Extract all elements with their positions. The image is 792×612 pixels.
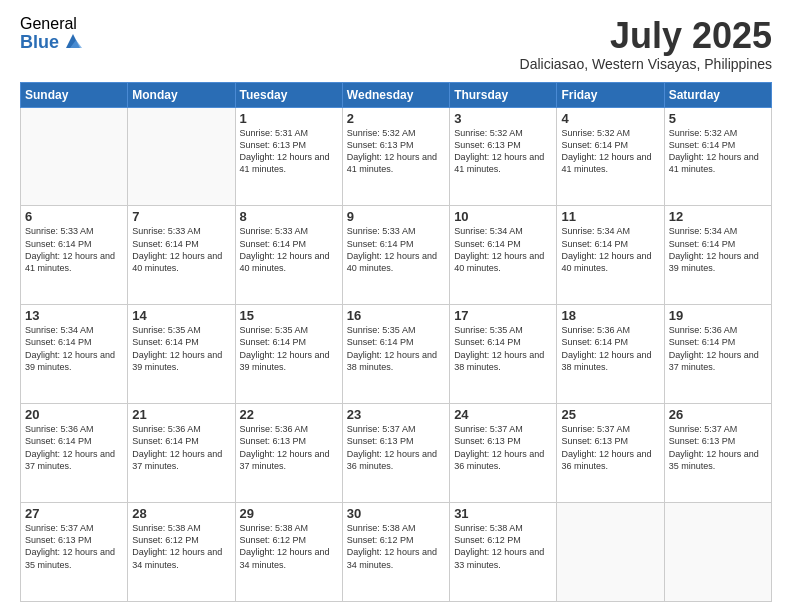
day-info: Sunrise: 5:36 AM Sunset: 6:14 PM Dayligh…: [132, 423, 230, 472]
day-number: 28: [132, 506, 230, 521]
day-info: Sunrise: 5:38 AM Sunset: 6:12 PM Dayligh…: [347, 522, 445, 571]
calendar-header-row: Sunday Monday Tuesday Wednesday Thursday…: [21, 82, 772, 107]
day-number: 10: [454, 209, 552, 224]
col-thursday: Thursday: [450, 82, 557, 107]
day-info: Sunrise: 5:35 AM Sunset: 6:14 PM Dayligh…: [132, 324, 230, 373]
table-row: [21, 107, 128, 206]
table-row: 27Sunrise: 5:37 AM Sunset: 6:13 PM Dayli…: [21, 503, 128, 602]
day-number: 1: [240, 111, 338, 126]
day-info: Sunrise: 5:33 AM Sunset: 6:14 PM Dayligh…: [25, 225, 123, 274]
table-row: 3Sunrise: 5:32 AM Sunset: 6:13 PM Daylig…: [450, 107, 557, 206]
table-row: 8Sunrise: 5:33 AM Sunset: 6:14 PM Daylig…: [235, 206, 342, 305]
col-friday: Friday: [557, 82, 664, 107]
day-info: Sunrise: 5:36 AM Sunset: 6:13 PM Dayligh…: [240, 423, 338, 472]
table-row: 17Sunrise: 5:35 AM Sunset: 6:14 PM Dayli…: [450, 305, 557, 404]
day-number: 8: [240, 209, 338, 224]
day-info: Sunrise: 5:37 AM Sunset: 6:13 PM Dayligh…: [669, 423, 767, 472]
day-info: Sunrise: 5:33 AM Sunset: 6:14 PM Dayligh…: [240, 225, 338, 274]
day-number: 11: [561, 209, 659, 224]
day-info: Sunrise: 5:38 AM Sunset: 6:12 PM Dayligh…: [132, 522, 230, 571]
day-info: Sunrise: 5:33 AM Sunset: 6:14 PM Dayligh…: [347, 225, 445, 274]
table-row: 1Sunrise: 5:31 AM Sunset: 6:13 PM Daylig…: [235, 107, 342, 206]
day-info: Sunrise: 5:37 AM Sunset: 6:13 PM Dayligh…: [25, 522, 123, 571]
logo-text: General Blue: [20, 16, 84, 52]
table-row: 20Sunrise: 5:36 AM Sunset: 6:14 PM Dayli…: [21, 404, 128, 503]
month-year: July 2025: [520, 16, 772, 56]
day-info: Sunrise: 5:34 AM Sunset: 6:14 PM Dayligh…: [454, 225, 552, 274]
day-info: Sunrise: 5:32 AM Sunset: 6:13 PM Dayligh…: [454, 127, 552, 176]
day-info: Sunrise: 5:38 AM Sunset: 6:12 PM Dayligh…: [240, 522, 338, 571]
location: Daliciasao, Western Visayas, Philippines: [520, 56, 772, 72]
calendar-week-row: 27Sunrise: 5:37 AM Sunset: 6:13 PM Dayli…: [21, 503, 772, 602]
day-number: 12: [669, 209, 767, 224]
day-info: Sunrise: 5:38 AM Sunset: 6:12 PM Dayligh…: [454, 522, 552, 571]
day-number: 3: [454, 111, 552, 126]
table-row: 2Sunrise: 5:32 AM Sunset: 6:13 PM Daylig…: [342, 107, 449, 206]
calendar-week-row: 20Sunrise: 5:36 AM Sunset: 6:14 PM Dayli…: [21, 404, 772, 503]
day-number: 24: [454, 407, 552, 422]
day-number: 30: [347, 506, 445, 521]
table-row: 10Sunrise: 5:34 AM Sunset: 6:14 PM Dayli…: [450, 206, 557, 305]
day-info: Sunrise: 5:34 AM Sunset: 6:14 PM Dayligh…: [669, 225, 767, 274]
table-row: 19Sunrise: 5:36 AM Sunset: 6:14 PM Dayli…: [664, 305, 771, 404]
table-row: 6Sunrise: 5:33 AM Sunset: 6:14 PM Daylig…: [21, 206, 128, 305]
table-row: 28Sunrise: 5:38 AM Sunset: 6:12 PM Dayli…: [128, 503, 235, 602]
day-number: 29: [240, 506, 338, 521]
day-info: Sunrise: 5:35 AM Sunset: 6:14 PM Dayligh…: [454, 324, 552, 373]
day-info: Sunrise: 5:36 AM Sunset: 6:14 PM Dayligh…: [561, 324, 659, 373]
table-row: 30Sunrise: 5:38 AM Sunset: 6:12 PM Dayli…: [342, 503, 449, 602]
col-monday: Monday: [128, 82, 235, 107]
table-row: 26Sunrise: 5:37 AM Sunset: 6:13 PM Dayli…: [664, 404, 771, 503]
day-number: 9: [347, 209, 445, 224]
day-number: 27: [25, 506, 123, 521]
logo-blue: Blue: [20, 33, 59, 51]
day-info: Sunrise: 5:32 AM Sunset: 6:14 PM Dayligh…: [561, 127, 659, 176]
day-info: Sunrise: 5:31 AM Sunset: 6:13 PM Dayligh…: [240, 127, 338, 176]
day-number: 19: [669, 308, 767, 323]
col-sunday: Sunday: [21, 82, 128, 107]
day-info: Sunrise: 5:32 AM Sunset: 6:13 PM Dayligh…: [347, 127, 445, 176]
day-number: 17: [454, 308, 552, 323]
title-section: July 2025 Daliciasao, Western Visayas, P…: [520, 16, 772, 72]
logo: General Blue: [20, 16, 84, 52]
day-number: 15: [240, 308, 338, 323]
calendar-week-row: 1Sunrise: 5:31 AM Sunset: 6:13 PM Daylig…: [21, 107, 772, 206]
table-row: 16Sunrise: 5:35 AM Sunset: 6:14 PM Dayli…: [342, 305, 449, 404]
table-row: 14Sunrise: 5:35 AM Sunset: 6:14 PM Dayli…: [128, 305, 235, 404]
day-info: Sunrise: 5:37 AM Sunset: 6:13 PM Dayligh…: [347, 423, 445, 472]
day-number: 6: [25, 209, 123, 224]
day-number: 26: [669, 407, 767, 422]
day-info: Sunrise: 5:35 AM Sunset: 6:14 PM Dayligh…: [347, 324, 445, 373]
day-number: 16: [347, 308, 445, 323]
day-info: Sunrise: 5:34 AM Sunset: 6:14 PM Dayligh…: [561, 225, 659, 274]
day-info: Sunrise: 5:32 AM Sunset: 6:14 PM Dayligh…: [669, 127, 767, 176]
day-info: Sunrise: 5:34 AM Sunset: 6:14 PM Dayligh…: [25, 324, 123, 373]
day-number: 18: [561, 308, 659, 323]
table-row: 15Sunrise: 5:35 AM Sunset: 6:14 PM Dayli…: [235, 305, 342, 404]
calendar-week-row: 6Sunrise: 5:33 AM Sunset: 6:14 PM Daylig…: [21, 206, 772, 305]
table-row: 18Sunrise: 5:36 AM Sunset: 6:14 PM Dayli…: [557, 305, 664, 404]
day-number: 2: [347, 111, 445, 126]
day-number: 4: [561, 111, 659, 126]
header: General Blue July 2025 Daliciasao, Weste…: [20, 16, 772, 72]
table-row: 12Sunrise: 5:34 AM Sunset: 6:14 PM Dayli…: [664, 206, 771, 305]
table-row: 21Sunrise: 5:36 AM Sunset: 6:14 PM Dayli…: [128, 404, 235, 503]
table-row: 22Sunrise: 5:36 AM Sunset: 6:13 PM Dayli…: [235, 404, 342, 503]
day-info: Sunrise: 5:37 AM Sunset: 6:13 PM Dayligh…: [454, 423, 552, 472]
day-info: Sunrise: 5:35 AM Sunset: 6:14 PM Dayligh…: [240, 324, 338, 373]
page: General Blue July 2025 Daliciasao, Weste…: [0, 0, 792, 612]
day-info: Sunrise: 5:33 AM Sunset: 6:14 PM Dayligh…: [132, 225, 230, 274]
day-number: 7: [132, 209, 230, 224]
table-row: 31Sunrise: 5:38 AM Sunset: 6:12 PM Dayli…: [450, 503, 557, 602]
table-row: 24Sunrise: 5:37 AM Sunset: 6:13 PM Dayli…: [450, 404, 557, 503]
table-row: 25Sunrise: 5:37 AM Sunset: 6:13 PM Dayli…: [557, 404, 664, 503]
day-info: Sunrise: 5:37 AM Sunset: 6:13 PM Dayligh…: [561, 423, 659, 472]
table-row: 29Sunrise: 5:38 AM Sunset: 6:12 PM Dayli…: [235, 503, 342, 602]
day-number: 20: [25, 407, 123, 422]
day-number: 22: [240, 407, 338, 422]
table-row: 7Sunrise: 5:33 AM Sunset: 6:14 PM Daylig…: [128, 206, 235, 305]
table-row: 9Sunrise: 5:33 AM Sunset: 6:14 PM Daylig…: [342, 206, 449, 305]
day-number: 31: [454, 506, 552, 521]
logo-icon: [62, 30, 84, 52]
day-info: Sunrise: 5:36 AM Sunset: 6:14 PM Dayligh…: [669, 324, 767, 373]
